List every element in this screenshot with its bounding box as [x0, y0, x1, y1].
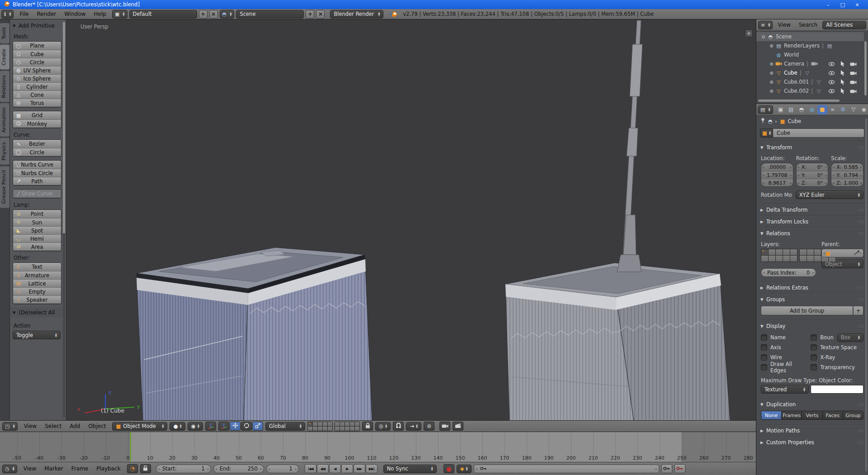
- viewport-menu-object[interactable]: Object: [84, 421, 110, 431]
- layer-cell[interactable]: [769, 256, 775, 261]
- layer-cell[interactable]: [814, 256, 821, 261]
- outliner-row-cube-001[interactable]: ⊕▽Cube.001|▽: [756, 77, 864, 86]
- scale-z-field[interactable]: Z:1.000: [831, 179, 863, 186]
- layer-cell[interactable]: [340, 422, 344, 426]
- layer-cell[interactable]: [340, 427, 344, 431]
- add-circle-button[interactable]: ○Circle: [13, 58, 61, 66]
- rotation-x-field[interactable]: X:0°: [797, 163, 828, 171]
- texture-space-checkbox[interactable]: [811, 344, 817, 351]
- prev-keyframe-button[interactable]: ◀◀: [317, 464, 329, 473]
- deselect-all-panel-header[interactable]: (De)select All: [10, 308, 66, 317]
- rotation-z-field[interactable]: Z:0°: [797, 179, 828, 186]
- delete-keyframe-button[interactable]: [675, 464, 685, 473]
- selectability-cursor-icon[interactable]: [839, 61, 846, 67]
- display-panel-header[interactable]: Display: [756, 320, 868, 332]
- pass-index-field[interactable]: Pass Index: 0: [761, 268, 816, 277]
- layer-cell[interactable]: [807, 256, 814, 261]
- lock-to-scene-button[interactable]: [362, 422, 373, 431]
- transform-panel-header[interactable]: Transform: [756, 142, 868, 153]
- renderability-camera-icon[interactable]: [850, 80, 857, 84]
- add-uv-sphere-button[interactable]: ◍UV Sphere: [13, 66, 61, 74]
- layer-cell[interactable]: [313, 427, 317, 431]
- expand-icon[interactable]: ⊕: [768, 62, 775, 66]
- layer-cell[interactable]: [313, 422, 317, 426]
- duplication-panel-header[interactable]: Duplication: [756, 399, 868, 410]
- layer-cell[interactable]: [335, 422, 340, 426]
- add-area-button[interactable]: ⇄Area: [13, 242, 61, 251]
- layer-cell[interactable]: [355, 422, 359, 426]
- outliner-row-cube[interactable]: ⊕▽Cube|▽: [756, 68, 864, 77]
- maximize-button[interactable]: □: [838, 1, 848, 8]
- frame-start-field[interactable]: Start: 1: [156, 465, 211, 473]
- name-checkbox[interactable]: [761, 334, 767, 341]
- x-ray-checkbox[interactable]: [811, 354, 817, 361]
- motion-paths-panel-header[interactable]: Motion Paths: [756, 425, 868, 436]
- add-layout-button[interactable]: [199, 10, 208, 19]
- layer-cell[interactable]: [800, 256, 807, 261]
- add-lattice-button[interactable]: ▤Lattice: [13, 279, 61, 287]
- next-keyframe-button[interactable]: ▶▶: [354, 464, 365, 473]
- menu-help[interactable]: Help: [90, 9, 110, 19]
- current-frame-playhead[interactable]: [130, 432, 131, 462]
- properties-tab-world[interactable]: ◍: [807, 105, 817, 114]
- add-point-button[interactable]: ⊙Point: [13, 210, 61, 218]
- render-engine-select[interactable]: Blender Render: [330, 10, 383, 19]
- display-mode-select[interactable]: All Scenes: [822, 21, 866, 29]
- duplication-group-button[interactable]: Group: [843, 411, 863, 419]
- layer-cell[interactable]: [769, 249, 775, 255]
- selectability-cursor-icon[interactable]: [839, 70, 846, 76]
- 3d-viewport[interactable]: User Persp (1) Cube x y z +: [66, 19, 756, 420]
- expand-icon[interactable]: ⊕: [768, 80, 775, 85]
- add-sun-button[interactable]: ☼Sun: [13, 218, 61, 226]
- layer-cell[interactable]: [355, 427, 359, 431]
- expand-icon[interactable]: ⊕: [768, 43, 775, 48]
- add-empty-button[interactable]: ◇Empty: [13, 287, 61, 295]
- outliner-row-world[interactable]: ◍World: [756, 50, 864, 59]
- outliner-hscrollbar[interactable]: [758, 100, 840, 102]
- renderability-camera-icon[interactable]: [850, 89, 857, 93]
- properties-tab-modifiers[interactable]: ⚙: [838, 105, 848, 114]
- manipulator-scale-button[interactable]: [252, 422, 263, 431]
- auto-keyframe-button[interactable]: ●: [443, 464, 454, 473]
- selectability-cursor-icon[interactable]: [839, 79, 846, 85]
- layer-cell[interactable]: [783, 256, 790, 261]
- opengl-render-anim-button[interactable]: [453, 422, 463, 431]
- play-reverse-button[interactable]: ◀: [329, 464, 341, 473]
- renderability-camera-icon[interactable]: [850, 62, 857, 66]
- toolshelf-tab-grease-pencil[interactable]: Grease Pencil: [0, 166, 9, 208]
- layer-cell[interactable]: [323, 427, 327, 431]
- properties-tab-material[interactable]: ◉: [859, 105, 868, 114]
- timeline-menu-frame[interactable]: Frame: [67, 464, 92, 474]
- timeline-menu-view[interactable]: View: [19, 464, 40, 474]
- add-plane-button[interactable]: ▢Plane: [13, 42, 61, 50]
- layer-cell[interactable]: [345, 422, 349, 426]
- add-grid-button[interactable]: ▦Grid: [13, 111, 61, 119]
- location-z-field[interactable]: 8.9617: [761, 179, 793, 186]
- play-button[interactable]: ▶: [341, 464, 353, 473]
- layer-cell[interactable]: [323, 422, 327, 426]
- parent-object-field[interactable]: ■: [821, 249, 863, 257]
- draw-all-edges-checkbox[interactable]: [761, 364, 767, 370]
- location-y-field[interactable]: 1.79708: [761, 171, 793, 179]
- add-circle-button[interactable]: ◯Circle: [13, 148, 61, 156]
- active-keying-set-field[interactable]: [474, 465, 659, 473]
- layer-cell[interactable]: [318, 427, 322, 431]
- relations-extras-panel-header[interactable]: Relations Extras: [756, 282, 868, 293]
- add-monkey-button[interactable]: ☺Monkey: [13, 119, 61, 128]
- manipulator-axis-button[interactable]: [218, 422, 229, 431]
- renderability-camera-icon[interactable]: [850, 71, 857, 75]
- visibility-eye-icon[interactable]: [828, 89, 835, 94]
- layer-cell[interactable]: [350, 422, 354, 426]
- custom-properties-panel-header[interactable]: Custom Properties: [756, 437, 868, 448]
- close-button[interactable]: ×: [852, 1, 862, 8]
- duplication-faces-button[interactable]: Faces: [822, 411, 843, 419]
- properties-region-expand-button[interactable]: +: [745, 29, 753, 37]
- viewport-menu-select[interactable]: Select: [41, 421, 66, 431]
- manipulator-center-toggle[interactable]: [205, 422, 216, 431]
- new-group-button[interactable]: +: [854, 306, 863, 315]
- layer-cell[interactable]: [328, 427, 332, 431]
- layer-cell[interactable]: [783, 249, 790, 255]
- visibility-eye-icon[interactable]: [828, 80, 835, 85]
- toolshelf-tab-create[interactable]: Create: [0, 45, 9, 70]
- rotation-y-field[interactable]: Y:0°: [797, 171, 828, 179]
